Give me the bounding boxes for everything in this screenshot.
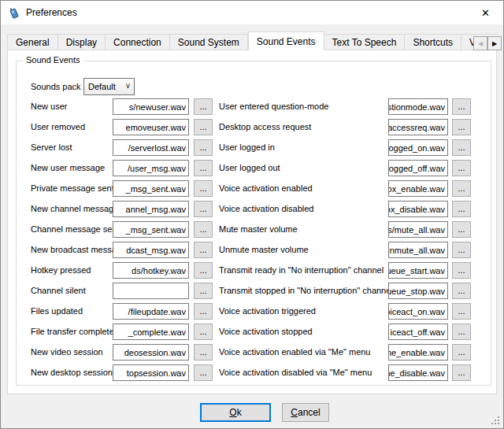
sound-event-row: Voice activation disabled via "Me" menu … bbox=[219, 364, 472, 381]
sound-event-label: Voice activation disabled via "Me" menu bbox=[219, 364, 372, 381]
sound-file-value: s/mute_all.wav bbox=[388, 225, 445, 235]
close-icon[interactable]: ✕ bbox=[468, 1, 503, 24]
browse-button[interactable]: ... bbox=[194, 283, 213, 299]
browse-button[interactable]: ... bbox=[194, 221, 213, 238]
browse-button[interactable]: ... bbox=[452, 242, 471, 258]
sound-file-input[interactable]: _msg_sent.wav bbox=[113, 221, 189, 238]
browse-button[interactable]: ... bbox=[452, 262, 471, 279]
tab-display[interactable]: Display bbox=[58, 34, 106, 50]
browse-button[interactable]: ... bbox=[194, 303, 213, 320]
browse-button[interactable]: ... bbox=[452, 160, 471, 176]
sound-file-input[interactable]: emoveuser.wav bbox=[113, 119, 189, 135]
sound-event-label: Transmit stopped in "No interruption" ch… bbox=[219, 283, 393, 299]
sound-file-input[interactable]: ogged_off.wav bbox=[388, 160, 448, 176]
sound-event-row: User entered question-mode stionmode.wav… bbox=[219, 98, 472, 115]
browse-button[interactable]: ... bbox=[194, 180, 213, 197]
sound-event-row: User logged in logged_on.wav ... bbox=[219, 139, 472, 156]
sound-event-label: Unmute master volume bbox=[219, 242, 309, 258]
browse-button[interactable]: ... bbox=[452, 119, 471, 135]
browse-button[interactable]: ... bbox=[194, 160, 213, 176]
sound-event-label: Channel message sent bbox=[31, 221, 120, 238]
sound-event-label: Desktop access request bbox=[219, 119, 311, 135]
browse-button[interactable]: ... bbox=[452, 283, 471, 299]
sound-event-row: User logged out ogged_off.wav ... bbox=[219, 160, 472, 176]
sound-file-input[interactable]: iceact_off.wav bbox=[388, 324, 448, 340]
sound-file-input[interactable]: s/mute_all.wav bbox=[388, 221, 448, 238]
resize-grip[interactable] bbox=[491, 416, 501, 426]
tab-connection[interactable]: Connection bbox=[106, 34, 170, 50]
sound-file-input[interactable]: _complete.wav bbox=[113, 324, 189, 340]
sound-file-input[interactable]: ueue_start.wav bbox=[388, 262, 448, 279]
tab-scroll-right-button[interactable]: ▶ bbox=[487, 36, 502, 50]
sound-event-row: Mute master volume s/mute_all.wav ... bbox=[219, 221, 472, 238]
sound-event-row: Desktop access request accessreq.wav ... bbox=[219, 119, 472, 135]
preferences-dialog: Preferences ✕ GeneralDisplayConnectionSo… bbox=[0, 0, 504, 429]
sound-file-input[interactable]: /fileupdate.wav bbox=[113, 303, 189, 320]
browse-button[interactable]: ... bbox=[452, 139, 471, 156]
browse-button[interactable]: ... bbox=[194, 324, 213, 340]
sound-event-label: User entered question-mode bbox=[219, 98, 328, 115]
browse-button[interactable]: ... bbox=[452, 98, 471, 115]
browse-button[interactable]: ... bbox=[194, 344, 213, 361]
sound-file-input[interactable]: deosession.wav bbox=[113, 344, 189, 361]
browse-button[interactable]: ... bbox=[452, 201, 471, 217]
browse-button[interactable]: ... bbox=[194, 262, 213, 279]
browse-button[interactable]: ... bbox=[452, 180, 471, 197]
tab-shortcuts[interactable]: Shortcuts bbox=[405, 34, 461, 50]
sound-file-input[interactable]: stionmode.wav bbox=[388, 98, 448, 115]
browse-button[interactable]: ... bbox=[194, 119, 213, 135]
tab-scroll-left-button[interactable]: ◀ bbox=[473, 36, 487, 50]
tab-general[interactable]: General bbox=[7, 34, 58, 50]
sound-event-label: User removed bbox=[31, 119, 85, 135]
browse-button[interactable]: ... bbox=[194, 139, 213, 156]
sound-file-input[interactable]: s/newuser.wav bbox=[113, 98, 189, 115]
sound-file-input[interactable]: /serverlost.wav bbox=[113, 139, 189, 156]
sound-file-input[interactable]: annel_msg.wav bbox=[113, 201, 189, 217]
sound-file-value: emoveuser.wav bbox=[126, 123, 186, 132]
browse-button[interactable]: ... bbox=[194, 242, 213, 258]
browse-button[interactable]: ... bbox=[194, 364, 213, 381]
sound-file-input[interactable]: ne_disable.wav bbox=[388, 364, 448, 381]
browse-button[interactable]: ... bbox=[194, 201, 213, 217]
sound-file-value: ne_disable.wav bbox=[388, 368, 445, 378]
browse-button[interactable]: ... bbox=[452, 364, 471, 381]
browse-button[interactable]: ... bbox=[452, 324, 471, 340]
sound-file-input[interactable]: ds/hotkey.wav bbox=[113, 262, 189, 279]
sound-file-input[interactable]: ueue_stop.wav bbox=[388, 283, 448, 299]
cancel-button[interactable]: Cancel bbox=[282, 403, 329, 422]
tab-sound-system[interactable]: Sound System bbox=[170, 34, 248, 50]
sound-file-input[interactable]: logged_on.wav bbox=[388, 139, 448, 156]
sound-file-input[interactable]: topsession.wav bbox=[113, 364, 189, 381]
sound-file-value: oiceact_on.wav bbox=[388, 307, 445, 316]
sound-file-value: unmute_all.wav bbox=[388, 246, 445, 255]
sound-file-input[interactable]: oiceact_on.wav bbox=[388, 303, 448, 320]
sound-event-label: Voice activation triggered bbox=[219, 303, 316, 320]
sound-file-input[interactable]: accessreq.wav bbox=[388, 119, 448, 135]
sound-file-input[interactable] bbox=[113, 283, 189, 299]
sound-file-input[interactable]: ne_enable.wav bbox=[388, 344, 448, 361]
sound-file-input[interactable]: ox_enable.wav bbox=[388, 180, 448, 197]
sound-event-label: Voice activation stopped bbox=[219, 324, 313, 340]
sound-event-row: Hotkey pressed ds/hotkey.wav ... bbox=[31, 262, 214, 279]
sound-event-row: Private message sent _msg_sent.wav ... bbox=[31, 180, 214, 197]
sound-file-input[interactable]: dcast_msg.wav bbox=[113, 242, 189, 258]
sound-file-value: ogged_off.wav bbox=[389, 164, 445, 173]
tab-text-to-speech[interactable]: Text To Speech bbox=[324, 34, 406, 50]
sound-file-value: iceact_off.wav bbox=[390, 327, 445, 337]
tab-sound-events[interactable]: Sound Events bbox=[248, 31, 324, 50]
sound-file-value: _complete.wav bbox=[128, 327, 186, 337]
sound-event-row: New user s/newuser.wav ... bbox=[31, 98, 214, 115]
browse-button[interactable]: ... bbox=[452, 344, 471, 361]
sound-file-input[interactable]: unmute_all.wav bbox=[388, 242, 448, 258]
browse-button[interactable]: ... bbox=[452, 303, 471, 320]
sound-file-input[interactable]: ox_disable.wav bbox=[388, 201, 448, 217]
sound-rows-right: User entered question-mode stionmode.wav… bbox=[219, 61, 472, 385]
browse-button[interactable]: ... bbox=[452, 221, 471, 238]
sound-file-value: /serverlost.wav bbox=[128, 143, 186, 153]
browse-button[interactable]: ... bbox=[194, 98, 213, 115]
ok-button[interactable]: Ok bbox=[200, 403, 271, 422]
sound-file-input[interactable]: /user_msg.wav bbox=[113, 160, 189, 176]
sound-file-input[interactable]: _msg_sent.wav bbox=[113, 180, 189, 197]
sound-file-value: ne_enable.wav bbox=[388, 348, 445, 357]
sound-file-value: ueue_start.wav bbox=[388, 266, 445, 276]
